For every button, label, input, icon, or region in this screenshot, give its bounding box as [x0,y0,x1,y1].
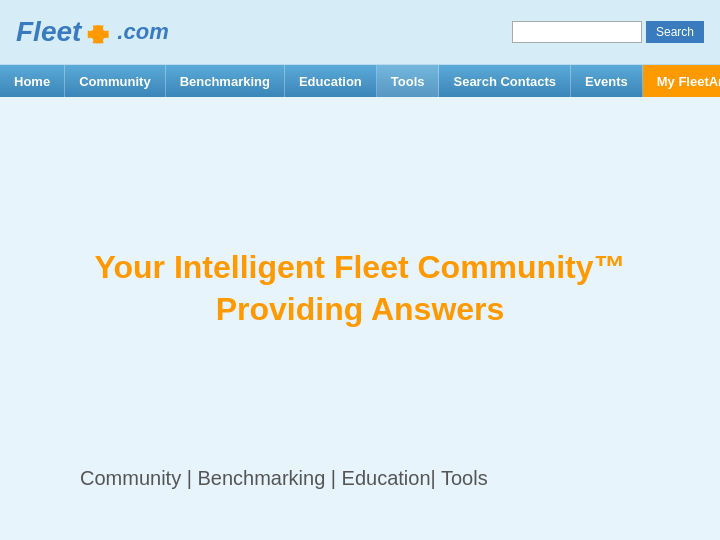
nav-tools[interactable]: Tools [377,65,440,97]
puzzle-icon [83,16,115,48]
logo-com: .com [117,19,168,45]
footer-links: Community | Benchmarking | Education| To… [80,467,488,490]
hero-line2: Providing Answers [95,289,626,331]
search-input[interactable] [512,21,642,43]
nav-benchmarking[interactable]: Benchmarking [166,65,285,97]
nav-events[interactable]: Events [571,65,643,97]
hero-text: Your Intelligent Fleet Community™ Provid… [95,247,626,330]
main-nav: Home Community Benchmarking Education To… [0,65,720,97]
header: Fleet .com Search [0,0,720,65]
main-content: Your Intelligent Fleet Community™ Provid… [0,97,720,540]
nav-home[interactable]: Home [0,65,65,97]
logo-fleet: Fleet [16,16,81,48]
logo: Fleet .com [16,16,169,48]
nav-my-fleetanswers[interactable]: My FleetAnswers [643,65,720,97]
search-bar: Search [512,21,704,43]
search-button[interactable]: Search [646,21,704,43]
hero-line1: Your Intelligent Fleet Community™ [95,247,626,289]
nav-search-contacts[interactable]: Search Contacts [439,65,571,97]
nav-education[interactable]: Education [285,65,377,97]
nav-community[interactable]: Community [65,65,166,97]
